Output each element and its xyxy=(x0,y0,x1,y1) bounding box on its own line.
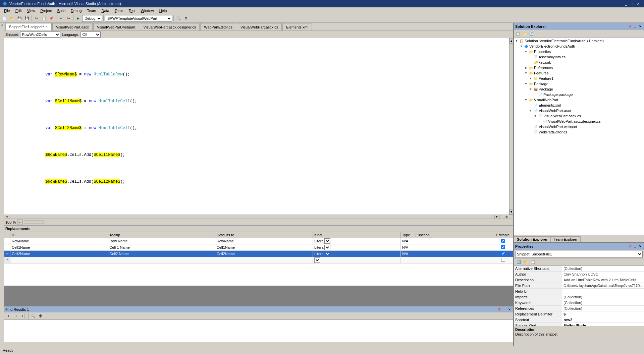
find-results-hscroll[interactable] xyxy=(4,342,513,346)
tree-webparteditor[interactable]: 📄 WebPartEditor.cs xyxy=(515,129,643,135)
save-all-button[interactable]: 💾 xyxy=(23,15,30,22)
row3-defaults[interactable]: Cell2Name xyxy=(215,251,313,257)
tree-project[interactable]: ▼ 🔷 VendorElectronicFundsAuth xyxy=(515,44,643,49)
props-minimize-button[interactable]: _ xyxy=(633,244,637,249)
new-row-editable[interactable] xyxy=(493,257,513,263)
menu-tools[interactable]: Tools xyxy=(112,8,126,13)
tab-designer-cs[interactable]: VisualWebPart.ascx.designer.cs xyxy=(140,23,200,31)
row1-function[interactable] xyxy=(414,238,493,244)
prop-row[interactable]: Keywords (Collection) xyxy=(514,300,644,306)
expand-properties[interactable]: ▼ xyxy=(524,50,528,54)
row3-kind-select[interactable] xyxy=(324,251,330,256)
tree-package[interactable]: ▼ 📁 Package xyxy=(515,81,643,86)
tab-webpart[interactable]: VisualWebPart.webpart xyxy=(93,23,139,31)
debug-mode-dropdown[interactable]: Debug xyxy=(82,15,102,22)
expand-visualwebpart[interactable]: ▼ xyxy=(524,98,528,102)
se-refresh-button[interactable]: 🔄 xyxy=(528,31,535,37)
prop-row[interactable]: Author Clay Shannon UCSC xyxy=(514,272,644,277)
menu-test[interactable]: Test xyxy=(126,8,138,13)
code-hscroll[interactable]: ◄ ► ⊞ xyxy=(4,215,513,219)
tree-elements-xml[interactable]: 📄 Elements.xml xyxy=(515,103,643,108)
row2-function[interactable] xyxy=(414,244,493,251)
menu-project[interactable]: Project xyxy=(38,8,54,13)
expand-solution[interactable]: ▼ xyxy=(515,39,519,43)
new-row-id[interactable] xyxy=(10,257,108,263)
se-tab-team[interactable]: Team Explorer xyxy=(551,236,581,242)
row3-tooltip[interactable]: Cell2 Name xyxy=(108,251,215,257)
expand-references[interactable]: ▶ xyxy=(524,66,528,70)
menu-build[interactable]: Build xyxy=(55,8,68,13)
tab-ascx-cs[interactable]: VisualWebPart.ascx.cs xyxy=(237,23,282,31)
prop-row[interactable]: Help Url xyxy=(514,289,644,294)
se-pin-button[interactable]: 📌 xyxy=(627,24,632,29)
row1-id[interactable]: RowName xyxy=(10,238,108,244)
hscroll-left[interactable]: ◄ xyxy=(4,215,9,219)
props-pin-button[interactable]: 📌 xyxy=(627,244,632,249)
row2-editable-checkbox[interactable] xyxy=(501,245,505,249)
expand-ascx-cs[interactable]: ▼ xyxy=(533,114,537,118)
prop-row[interactable]: Alternative Shortcuts (Collection) xyxy=(514,266,644,272)
expand-ascx[interactable]: ▼ xyxy=(529,109,533,113)
se-properties-button[interactable]: 📋 xyxy=(515,31,521,37)
props-close-button[interactable]: ✕ xyxy=(638,244,643,249)
row2-editable[interactable] xyxy=(493,244,513,251)
tree-webpart[interactable]: 📄 VisualWebPart.webpart xyxy=(515,124,643,129)
prop-row[interactable]: Imports (Collection) xyxy=(514,294,644,300)
table-row-selected[interactable]: ✏ Cell2Name Cell2 Name Cell2Name Literal… xyxy=(4,251,513,257)
menu-data[interactable]: Data xyxy=(99,8,112,13)
table-row[interactable]: RowName Row Name RowName Literal N/A xyxy=(4,238,513,244)
prop-row[interactable]: File Path C:\Users\clayshan\AppData\Loca… xyxy=(514,283,644,289)
menu-file[interactable]: File xyxy=(1,8,13,13)
row1-kind[interactable]: Literal xyxy=(313,238,401,244)
row1-kind-select[interactable] xyxy=(324,238,330,244)
menu-team[interactable]: Team xyxy=(85,8,99,13)
menu-help[interactable]: Help xyxy=(157,8,170,13)
table-row[interactable]: Cell1Name Cell 1 Name Cell1Name Literal … xyxy=(4,244,513,251)
expand-feature1[interactable]: ▼ xyxy=(529,76,533,80)
expand-project[interactable]: ▼ xyxy=(519,44,523,48)
find-results-minimize-button[interactable]: _ xyxy=(502,307,506,312)
toolbar-btn-extra2[interactable]: ⚙ xyxy=(182,15,189,22)
code-vscroll[interactable]: ▲ ▼ xyxy=(509,38,513,215)
row3-id[interactable]: Cell2Name xyxy=(10,251,108,257)
props-snippet-dropdown[interactable]: Snippet: SnippetFile1 xyxy=(515,251,643,257)
prop-row[interactable]: References (Collection) xyxy=(514,306,644,311)
new-row-kind[interactable] xyxy=(313,257,401,263)
se-close-button[interactable]: ✕ xyxy=(638,24,643,29)
maximize-button[interactable]: □ xyxy=(629,2,635,6)
table-new-row[interactable]: * xyxy=(4,257,513,263)
replacements-table-container[interactable]: ID Tooltip Defaults to Kind Type Functio… xyxy=(4,232,513,286)
menu-edit[interactable]: Edit xyxy=(13,8,24,13)
row2-kind-select[interactable] xyxy=(324,245,330,250)
row1-editable[interactable] xyxy=(493,238,513,244)
tab-elements-xml[interactable]: Elements.xml xyxy=(282,23,312,31)
se-tab-solution[interactable]: Solution Explorer xyxy=(514,236,551,242)
se-tree[interactable]: ▼ 📋 Solution 'VendorElectronicFundsAuth'… xyxy=(514,38,644,235)
expand-package[interactable]: ▼ xyxy=(524,82,528,86)
tab-webparteditor[interactable]: WebPartEditor.cs xyxy=(200,23,236,31)
copy-button[interactable]: 📋 xyxy=(41,15,47,22)
hscroll-right[interactable]: ► xyxy=(494,215,500,219)
find-results-content[interactable] xyxy=(4,320,513,342)
row3-editable[interactable] xyxy=(493,251,513,257)
row2-defaults[interactable]: Cell1Name xyxy=(215,244,313,251)
tree-properties[interactable]: ▼ 📁 Properties xyxy=(515,49,643,54)
row3-editable-checkbox[interactable] xyxy=(501,251,505,255)
tree-ascx[interactable]: ▼ 📄 VisualWebPart.ascx xyxy=(515,108,643,113)
row3-kind[interactable]: Literal xyxy=(313,251,401,257)
tab-snippet-close[interactable]: ✕ xyxy=(45,25,48,28)
tree-package2[interactable]: ▼ 📦 Package xyxy=(515,86,643,92)
tab-snippet[interactable]: SnippetFile1.snippet* ✕ xyxy=(5,23,52,31)
project-dropdown[interactable]: SPWFTemplateVisualWebPart xyxy=(105,15,172,22)
menu-window[interactable]: Window xyxy=(138,8,157,13)
prop-row[interactable]: Snippet Kind MethodBody xyxy=(514,323,644,326)
expand-package2[interactable]: ▼ xyxy=(529,87,533,91)
prop-row[interactable]: Replacement Delimiter $ xyxy=(514,311,644,317)
new-row-defaults[interactable] xyxy=(215,257,313,263)
new-row-editable-checkbox[interactable] xyxy=(501,258,505,262)
find-results-btn2[interactable]: ⟩ xyxy=(13,313,19,319)
row1-editable-checkbox[interactable] xyxy=(501,239,505,243)
tab-visualwebpart-ascx[interactable]: VisualWebPart.ascx xyxy=(52,23,93,31)
find-results-btn3[interactable]: ⟨⟨ xyxy=(20,313,27,319)
expand-features[interactable]: ▼ xyxy=(524,71,528,75)
